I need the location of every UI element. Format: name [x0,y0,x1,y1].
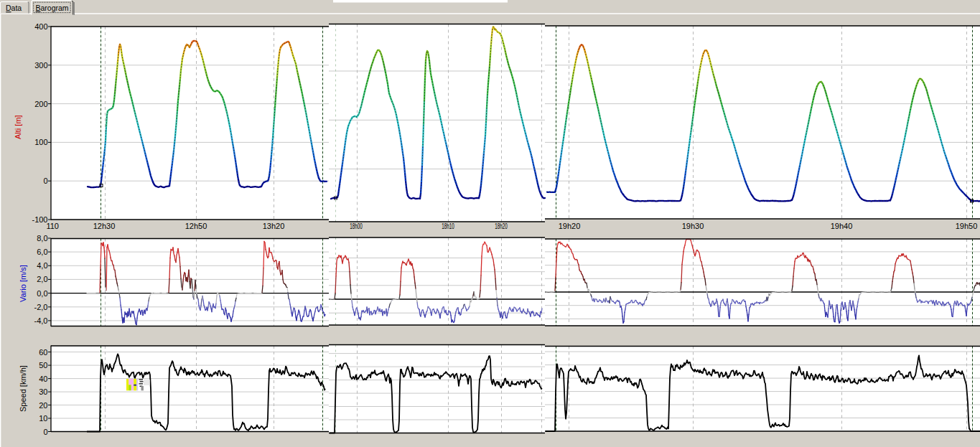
svg-text:200: 200 [34,100,47,108]
svg-text:300: 300 [34,61,47,70]
svg-text:18h10: 18h10 [442,222,454,230]
svg-text:18h20: 18h20 [495,222,508,230]
svg-text:12h50: 12h50 [185,222,207,230]
svg-text:19h30: 19h30 [682,222,704,230]
svg-text:8,0: 8,0 [37,234,47,243]
svg-text:30: 30 [39,387,47,396]
svg-text:18h00: 18h00 [350,222,363,230]
svg-text:-100: -100 [32,215,47,224]
svg-text:Alti [m]: Alti [m] [14,115,22,139]
svg-text:100: 100 [34,138,47,146]
svg-text:6,0: 6,0 [37,248,47,256]
svg-text:-4,0: -4,0 [34,316,48,325]
svg-text:2,0: 2,0 [37,275,47,283]
svg-text:12h30: 12h30 [93,222,116,230]
svg-text:Data: Data [6,4,22,12]
svg-text:60: 60 [39,348,47,357]
svg-text:19h50: 19h50 [956,222,978,230]
svg-text:Vario [m/s]: Vario [m/s] [19,265,27,302]
svg-text:13h20: 13h20 [263,222,285,230]
svg-text:20: 20 [39,401,47,410]
svg-text:40: 40 [39,375,47,383]
svg-text:0: 0 [43,428,47,436]
svg-text:-2,0: -2,0 [34,303,48,311]
svg-text:50: 50 [39,361,47,370]
svg-text:0: 0 [43,177,47,185]
svg-text:400: 400 [34,22,47,31]
svg-text:19h20: 19h20 [559,222,581,230]
svg-text:4,0: 4,0 [37,261,47,270]
svg-text:19h40: 19h40 [831,222,853,230]
svg-text:10: 10 [39,414,47,423]
svg-text:Barogram: Barogram [36,4,69,12]
svg-text:0,0: 0,0 [37,289,47,298]
svg-text:110: 110 [46,222,59,230]
svg-text:Speed [km/h]: Speed [km/h] [19,365,27,412]
